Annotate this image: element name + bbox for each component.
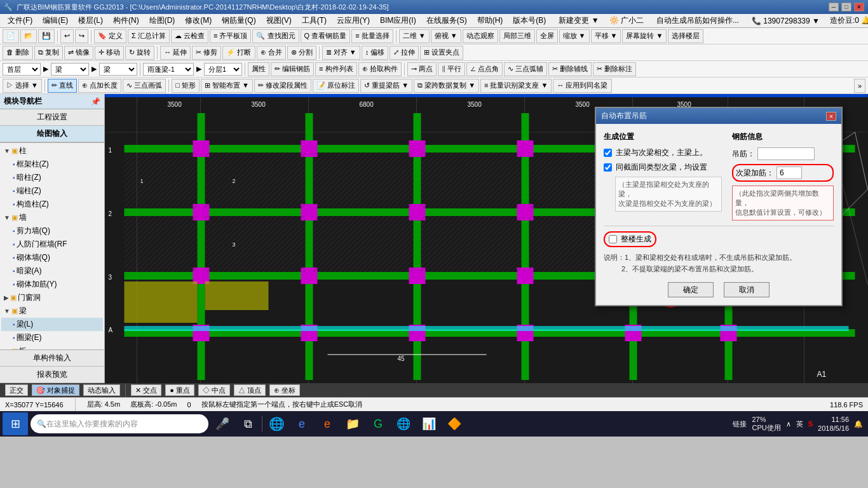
btn-select[interactable]: ▷ 选择 ▼ [3,79,42,93]
snap-object[interactable]: 🎯 对象捕捉 [32,384,79,396]
btn-rect[interactable]: □ 矩形 [172,79,200,93]
btn-copy-span[interactable]: ⧉ 梁跨数据复制 ▼ [414,79,479,93]
menu-guang-small[interactable]: 🔆 广小二 [604,14,649,27]
btn-select-floor[interactable]: 选择楼层 [668,29,703,43]
maximize-button[interactable]: □ [841,3,851,11]
btn-mirror[interactable]: ⇌ 镜像 [64,46,93,60]
left-panel-pin[interactable]: 📌 [91,97,100,106]
menu-modify[interactable]: 修改(M) [180,14,217,27]
tray-s-icon[interactable]: S [808,420,813,428]
btn-top-view[interactable]: 俯视 ▼ [431,29,461,43]
btn-trim[interactable]: ✂ 修剪 [192,46,221,60]
tree-item-civil-def-wall[interactable]: ▪人防门框墙(RF [1,238,103,251]
tree-item-struct-col[interactable]: ▪构造柱(Z) [1,198,103,211]
btn-modify-beam[interactable]: ✏ 修改梁段属性 [254,79,311,93]
btn-open[interactable]: 📂 [20,29,37,43]
nav-draw-input[interactable]: 绘图输入 [0,126,104,142]
btn-delete[interactable]: 🗑 删除 [3,46,33,60]
btn-align[interactable]: ≣ 对齐 ▼ [322,46,360,60]
btn-rotate2[interactable]: ↻ 旋转 [125,46,154,60]
snap-intersection[interactable]: ✕ 交点 [131,384,161,396]
layer-select[interactable]: 分层1 [204,63,242,76]
btn-cloud-check[interactable]: ☁ 云检查 [171,29,208,43]
tray-notification[interactable]: 🔔 [854,420,863,428]
tree-item-frame-col[interactable]: ▪框架柱(Z) [1,158,103,171]
taskbar-icon-folder[interactable]: 📁 [341,412,364,435]
btn-three-arc[interactable]: ∿ 三点弧辅 [504,62,547,76]
btn-break[interactable]: ⚡ 打断 [222,46,255,60]
layout-select[interactable]: 雨蓬梁-1 [143,63,194,76]
menu-cloud[interactable]: 云应用(Y) [332,14,375,27]
tree-item-hidden-beam[interactable]: ▪暗梁(A) [1,264,103,278]
btn-split[interactable]: ⊗ 分割 [287,46,316,60]
nav-project-setup[interactable]: 工程设置 [0,109,104,126]
tree-group-column-label[interactable]: ▼ ▣ 柱 [1,144,103,158]
checkbox-main-secondary[interactable] [604,149,612,157]
snap-vertex[interactable]: △ 顶点 [234,384,266,396]
btn-line[interactable]: ✏ 直线 [48,79,77,93]
btn-offset[interactable]: ↕ 偏移 [362,46,389,60]
btn-single-component[interactable]: 单构件输入 [0,350,104,367]
btn-property[interactable]: 属性 [248,62,269,76]
menu-auto-hanger[interactable]: 自动生成吊筋如何操作... [651,14,744,27]
snap-orthogonal[interactable]: 正交 [5,384,28,396]
taskbar-icon-taskview[interactable]: ⧉ [236,412,259,435]
snap-midpoint[interactable]: ◇ 中点 [198,384,230,396]
taskbar-icon-browser2[interactable]: 🌐 [392,412,415,435]
btn-apply-same[interactable]: ↔ 应用到同名梁 [553,79,611,93]
menu-online[interactable]: 在线服务(S) [421,14,472,27]
dialog-confirm-button[interactable]: 确定 [668,282,714,297]
btn-extend[interactable]: ↔ 延伸 [160,46,191,60]
taskbar-icon-cortana[interactable]: 🎤 [211,412,234,435]
btn-grip[interactable]: ⊞ 设置夹点 [420,46,463,60]
btn-point-angle[interactable]: ∠ 点点角 [466,62,503,76]
btn-del-mark[interactable]: ✂ 删除标注 [593,62,636,76]
btn-copy[interactable]: ⧉ 复制 [34,46,63,60]
btn-merge[interactable]: ⊕ 合并 [257,46,286,60]
menu-file[interactable]: 文件(F) [3,14,37,27]
tree-group-slab-label[interactable]: ▼ ▣ 板 [1,344,103,349]
btn-redo[interactable]: ↪ [75,29,88,43]
menu-phone[interactable]: 📞 13907298339 ▼ [747,15,825,27]
dialog-cancel-button[interactable]: 取消 [724,282,770,297]
snap-endpoint[interactable]: ● 重点 [165,384,194,396]
btn-define[interactable]: 🔖 定义 [94,29,126,43]
btn-comp-list[interactable]: ≡ 构件列表 [315,62,356,76]
btn-report-preview[interactable]: 报表预览 [0,367,104,383]
btn-zoom[interactable]: 缩放 ▼ [559,29,590,43]
btn-del-aux[interactable]: ✂ 删除辅线 [548,62,592,76]
btn-summary[interactable]: Σ 汇总计算 [128,29,170,43]
btn-new[interactable]: 📄 [3,29,19,43]
minimize-button[interactable]: ─ [829,3,839,11]
snap-dynamic[interactable]: 动态输入 [83,384,120,396]
btn-view-rebar[interactable]: Q 查看钢筋量 [301,29,351,43]
btn-reload-beam[interactable]: ↺ 重提梁筋 ▼ [360,79,412,93]
tree-item-shear-wall[interactable]: ▪剪力墙(Q) [1,224,103,238]
taskbar-icon-edge[interactable]: 🌐 [265,412,288,435]
taskbar-icon-ie[interactable]: e [290,412,313,435]
btn-more[interactable]: » [854,79,865,93]
btn-in-situ[interactable]: 📝 原位标注 [313,79,359,93]
menu-draw[interactable]: 绘图(D) [144,14,180,27]
secondary-rebar-input[interactable] [776,166,802,179]
btn-batch-select[interactable]: ≡ 批量选择 [351,29,393,43]
menu-view[interactable]: 视图(V) [261,14,297,27]
taskbar-icon-green[interactable]: G [367,412,390,435]
btn-point-len[interactable]: ⊕ 点加长度 [78,79,121,93]
btn-dynamic[interactable]: 动态观察 [463,29,498,43]
tree-group-opening-label[interactable]: ▶ ▣ 门窗洞 [1,291,103,304]
checkbox-same-section[interactable] [604,163,612,172]
btn-local-3d[interactable]: 局部三维 [499,29,535,43]
snap-coord[interactable]: ⊕ 坐标 [269,384,300,396]
btn-find[interactable]: 🔍 查找图元 [252,29,299,43]
menu-component[interactable]: 构件(N) [108,14,144,27]
dialog-close-button[interactable]: × [826,112,836,121]
menu-rebar[interactable]: 钢筋量(Q) [217,14,261,27]
tree-group-beam-label[interactable]: ▼ ▣ 梁 [1,304,103,318]
btn-level-top[interactable]: ≡ 齐平板顶 [210,29,251,43]
btn-move[interactable]: ✛ 移动 [95,46,124,60]
btn-three-arc2[interactable]: ∿ 三点画弧 [123,79,166,93]
tree-item-dark-col[interactable]: ▪暗柱(Z) [1,171,103,184]
member-select[interactable]: 梁 [99,63,137,76]
start-button[interactable]: ⊞ [3,412,28,435]
